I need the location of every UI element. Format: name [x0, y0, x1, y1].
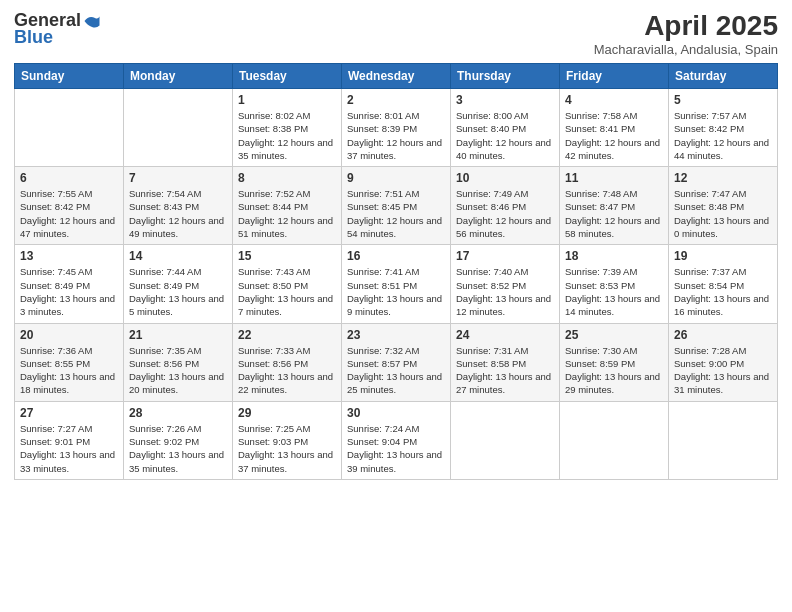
table-cell: 19Sunrise: 7:37 AM Sunset: 8:54 PM Dayli… [669, 245, 778, 323]
table-cell: 1Sunrise: 8:02 AM Sunset: 8:38 PM Daylig… [233, 89, 342, 167]
logo: General Blue [14, 10, 101, 48]
day-info: Sunrise: 7:39 AM Sunset: 8:53 PM Dayligh… [565, 265, 663, 318]
day-info: Sunrise: 8:01 AM Sunset: 8:39 PM Dayligh… [347, 109, 445, 162]
day-number: 13 [20, 249, 118, 263]
logo-blue: Blue [14, 27, 53, 48]
day-info: Sunrise: 8:02 AM Sunset: 8:38 PM Dayligh… [238, 109, 336, 162]
day-number: 27 [20, 406, 118, 420]
calendar: Sunday Monday Tuesday Wednesday Thursday… [14, 63, 778, 480]
col-wednesday: Wednesday [342, 64, 451, 89]
day-number: 17 [456, 249, 554, 263]
col-sunday: Sunday [15, 64, 124, 89]
day-number: 3 [456, 93, 554, 107]
table-cell: 3Sunrise: 8:00 AM Sunset: 8:40 PM Daylig… [451, 89, 560, 167]
table-cell: 7Sunrise: 7:54 AM Sunset: 8:43 PM Daylig… [124, 167, 233, 245]
day-number: 12 [674, 171, 772, 185]
day-info: Sunrise: 7:36 AM Sunset: 8:55 PM Dayligh… [20, 344, 118, 397]
col-friday: Friday [560, 64, 669, 89]
day-info: Sunrise: 7:47 AM Sunset: 8:48 PM Dayligh… [674, 187, 772, 240]
day-info: Sunrise: 7:58 AM Sunset: 8:41 PM Dayligh… [565, 109, 663, 162]
day-info: Sunrise: 7:51 AM Sunset: 8:45 PM Dayligh… [347, 187, 445, 240]
table-cell [451, 401, 560, 479]
calendar-week-row: 6Sunrise: 7:55 AM Sunset: 8:42 PM Daylig… [15, 167, 778, 245]
day-info: Sunrise: 7:37 AM Sunset: 8:54 PM Dayligh… [674, 265, 772, 318]
day-info: Sunrise: 7:45 AM Sunset: 8:49 PM Dayligh… [20, 265, 118, 318]
table-cell: 26Sunrise: 7:28 AM Sunset: 9:00 PM Dayli… [669, 323, 778, 401]
day-number: 28 [129, 406, 227, 420]
day-info: Sunrise: 7:48 AM Sunset: 8:47 PM Dayligh… [565, 187, 663, 240]
day-info: Sunrise: 7:52 AM Sunset: 8:44 PM Dayligh… [238, 187, 336, 240]
table-cell [669, 401, 778, 479]
table-cell: 4Sunrise: 7:58 AM Sunset: 8:41 PM Daylig… [560, 89, 669, 167]
day-number: 14 [129, 249, 227, 263]
calendar-week-row: 13Sunrise: 7:45 AM Sunset: 8:49 PM Dayli… [15, 245, 778, 323]
day-number: 5 [674, 93, 772, 107]
day-info: Sunrise: 7:49 AM Sunset: 8:46 PM Dayligh… [456, 187, 554, 240]
day-number: 29 [238, 406, 336, 420]
table-cell: 12Sunrise: 7:47 AM Sunset: 8:48 PM Dayli… [669, 167, 778, 245]
table-cell: 21Sunrise: 7:35 AM Sunset: 8:56 PM Dayli… [124, 323, 233, 401]
day-info: Sunrise: 7:40 AM Sunset: 8:52 PM Dayligh… [456, 265, 554, 318]
day-info: Sunrise: 7:54 AM Sunset: 8:43 PM Dayligh… [129, 187, 227, 240]
header: General Blue April 2025 Macharavialla, A… [14, 10, 778, 57]
day-number: 10 [456, 171, 554, 185]
table-cell: 20Sunrise: 7:36 AM Sunset: 8:55 PM Dayli… [15, 323, 124, 401]
table-cell: 6Sunrise: 7:55 AM Sunset: 8:42 PM Daylig… [15, 167, 124, 245]
table-cell: 8Sunrise: 7:52 AM Sunset: 8:44 PM Daylig… [233, 167, 342, 245]
page: General Blue April 2025 Macharavialla, A… [0, 0, 792, 612]
day-number: 1 [238, 93, 336, 107]
table-cell: 24Sunrise: 7:31 AM Sunset: 8:58 PM Dayli… [451, 323, 560, 401]
day-info: Sunrise: 7:30 AM Sunset: 8:59 PM Dayligh… [565, 344, 663, 397]
table-cell [15, 89, 124, 167]
day-number: 19 [674, 249, 772, 263]
day-info: Sunrise: 7:41 AM Sunset: 8:51 PM Dayligh… [347, 265, 445, 318]
day-number: 24 [456, 328, 554, 342]
col-saturday: Saturday [669, 64, 778, 89]
main-title: April 2025 [594, 10, 778, 42]
subtitle: Macharavialla, Andalusia, Spain [594, 42, 778, 57]
table-cell: 11Sunrise: 7:48 AM Sunset: 8:47 PM Dayli… [560, 167, 669, 245]
day-info: Sunrise: 7:32 AM Sunset: 8:57 PM Dayligh… [347, 344, 445, 397]
col-monday: Monday [124, 64, 233, 89]
day-info: Sunrise: 7:28 AM Sunset: 9:00 PM Dayligh… [674, 344, 772, 397]
table-cell: 25Sunrise: 7:30 AM Sunset: 8:59 PM Dayli… [560, 323, 669, 401]
day-number: 7 [129, 171, 227, 185]
col-thursday: Thursday [451, 64, 560, 89]
day-info: Sunrise: 7:33 AM Sunset: 8:56 PM Dayligh… [238, 344, 336, 397]
day-info: Sunrise: 7:25 AM Sunset: 9:03 PM Dayligh… [238, 422, 336, 475]
table-cell: 9Sunrise: 7:51 AM Sunset: 8:45 PM Daylig… [342, 167, 451, 245]
day-info: Sunrise: 7:31 AM Sunset: 8:58 PM Dayligh… [456, 344, 554, 397]
day-info: Sunrise: 8:00 AM Sunset: 8:40 PM Dayligh… [456, 109, 554, 162]
day-number: 23 [347, 328, 445, 342]
table-cell: 27Sunrise: 7:27 AM Sunset: 9:01 PM Dayli… [15, 401, 124, 479]
col-tuesday: Tuesday [233, 64, 342, 89]
day-number: 2 [347, 93, 445, 107]
table-cell [124, 89, 233, 167]
table-cell: 30Sunrise: 7:24 AM Sunset: 9:04 PM Dayli… [342, 401, 451, 479]
calendar-week-row: 27Sunrise: 7:27 AM Sunset: 9:01 PM Dayli… [15, 401, 778, 479]
day-number: 26 [674, 328, 772, 342]
table-cell: 13Sunrise: 7:45 AM Sunset: 8:49 PM Dayli… [15, 245, 124, 323]
day-info: Sunrise: 7:24 AM Sunset: 9:04 PM Dayligh… [347, 422, 445, 475]
calendar-week-row: 1Sunrise: 8:02 AM Sunset: 8:38 PM Daylig… [15, 89, 778, 167]
table-cell: 5Sunrise: 7:57 AM Sunset: 8:42 PM Daylig… [669, 89, 778, 167]
calendar-header-row: Sunday Monday Tuesday Wednesday Thursday… [15, 64, 778, 89]
day-number: 21 [129, 328, 227, 342]
table-cell: 10Sunrise: 7:49 AM Sunset: 8:46 PM Dayli… [451, 167, 560, 245]
table-cell: 16Sunrise: 7:41 AM Sunset: 8:51 PM Dayli… [342, 245, 451, 323]
day-number: 16 [347, 249, 445, 263]
day-number: 11 [565, 171, 663, 185]
day-info: Sunrise: 7:26 AM Sunset: 9:02 PM Dayligh… [129, 422, 227, 475]
table-cell [560, 401, 669, 479]
table-cell: 29Sunrise: 7:25 AM Sunset: 9:03 PM Dayli… [233, 401, 342, 479]
day-info: Sunrise: 7:43 AM Sunset: 8:50 PM Dayligh… [238, 265, 336, 318]
table-cell: 22Sunrise: 7:33 AM Sunset: 8:56 PM Dayli… [233, 323, 342, 401]
calendar-week-row: 20Sunrise: 7:36 AM Sunset: 8:55 PM Dayli… [15, 323, 778, 401]
table-cell: 2Sunrise: 8:01 AM Sunset: 8:39 PM Daylig… [342, 89, 451, 167]
day-info: Sunrise: 7:27 AM Sunset: 9:01 PM Dayligh… [20, 422, 118, 475]
day-number: 4 [565, 93, 663, 107]
table-cell: 23Sunrise: 7:32 AM Sunset: 8:57 PM Dayli… [342, 323, 451, 401]
table-cell: 17Sunrise: 7:40 AM Sunset: 8:52 PM Dayli… [451, 245, 560, 323]
day-number: 25 [565, 328, 663, 342]
day-number: 8 [238, 171, 336, 185]
